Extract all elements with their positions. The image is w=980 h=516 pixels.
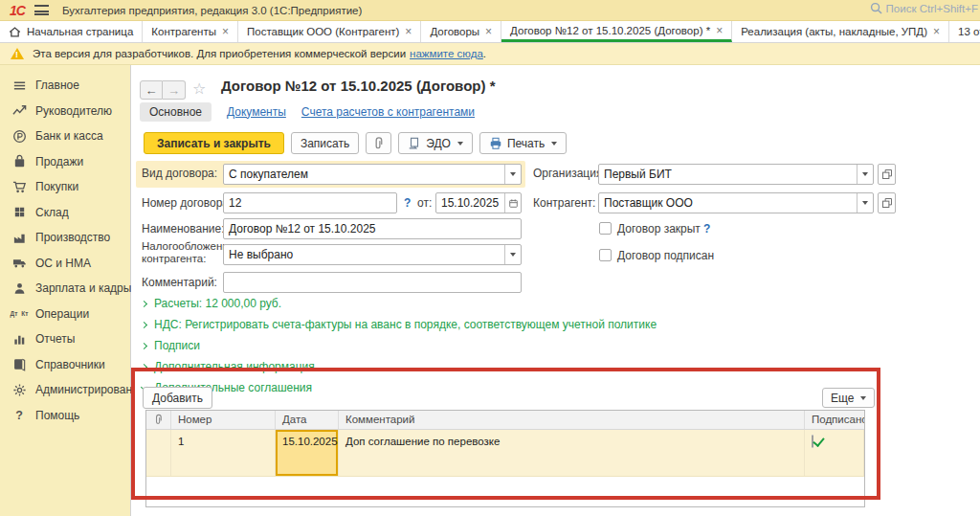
dropdown-button[interactable] xyxy=(857,165,873,184)
section-podpisi[interactable]: Подписи xyxy=(142,339,200,352)
save-button[interactable]: Записать xyxy=(291,132,359,154)
dogovor-zakryt-checkbox[interactable] xyxy=(599,222,612,235)
dropdown-button[interactable] xyxy=(857,193,873,213)
tab-label: Договор №12 от 15.10.2025 (Договор) * xyxy=(510,25,710,36)
tab-home[interactable]: Начальная страница xyxy=(0,21,143,42)
sidebar-item-otchety[interactable]: Отчеты xyxy=(0,326,130,352)
cart-icon xyxy=(11,179,27,194)
column-header-data[interactable]: Дата xyxy=(276,411,339,429)
sidebar-item-sklad[interactable]: Склад xyxy=(0,200,130,226)
column-header-podpisano[interactable]: Подписано xyxy=(805,411,864,429)
agreement-row[interactable]: 1 15.10.2025 Доп соглашение по перевозке xyxy=(146,430,864,477)
tab-realizaciya[interactable]: Реализация (акты, накладные, УПД) xyxy=(732,21,949,42)
calendar-button[interactable] xyxy=(504,193,521,213)
section-nds[interactable]: НДС: Регистрировать счета-фактуры на ава… xyxy=(142,318,657,331)
global-search[interactable]: Поиск Ctrl+Shift+F xyxy=(870,2,978,14)
close-icon[interactable] xyxy=(485,27,492,36)
field-value: Не выбрано xyxy=(229,245,504,264)
sidebar-item-label: Операции xyxy=(35,307,89,321)
open-link-icon xyxy=(881,197,893,209)
print-button[interactable]: Печать xyxy=(479,132,567,154)
add-agreement-button[interactable]: Добавить xyxy=(143,387,212,409)
section-raschety[interactable]: Расчеты: 12 000,00 руб. xyxy=(142,297,281,310)
date-prefix-label: от: xyxy=(417,196,432,210)
signed-cell[interactable] xyxy=(805,430,864,476)
sidebar-item-os-nma[interactable]: ОС и НМА xyxy=(0,251,130,277)
tab-scheta-raschetov[interactable]: Счета расчетов с контрагентами xyxy=(301,105,475,119)
tab-dogovor-12-active[interactable]: Договор №12 от 15.10.2025 (Договор) * xyxy=(501,21,732,42)
button-label: ЭДО xyxy=(426,137,451,150)
kontragent-open-button[interactable] xyxy=(878,192,896,213)
forward-button[interactable]: → xyxy=(163,80,186,100)
organizaciya-select[interactable]: Первый БИТ xyxy=(598,164,874,185)
tab-postavshchik[interactable]: Поставщик ООО (Контрагент) xyxy=(238,21,421,42)
nalogooblozhenie-select[interactable]: Не выбрано xyxy=(223,244,522,265)
chevron-down-icon xyxy=(551,142,557,146)
buy-commercial-link[interactable]: нажмите сюда xyxy=(410,48,483,59)
close-icon[interactable] xyxy=(933,27,940,36)
close-icon[interactable] xyxy=(222,27,229,36)
zakryt-help-icon[interactable]: ? xyxy=(703,222,710,236)
sidebar-item-pomoshch[interactable]: ?Помощь xyxy=(0,403,130,429)
section-dop-informaciya[interactable]: Дополнительная информация xyxy=(142,360,315,373)
dogovor-date-input[interactable]: 15.10.2025 xyxy=(435,192,522,213)
sidebar-item-bank-kassa[interactable]: Банк и касса xyxy=(0,123,130,149)
sidebar-item-spravochniki[interactable]: Справочники xyxy=(0,352,130,378)
close-icon[interactable] xyxy=(716,26,723,35)
form-content: ← → ☆ Договор №12 от 15.10.2025 (Договор… xyxy=(131,65,980,516)
save-and-close-button[interactable]: Записать и закрыть xyxy=(144,132,284,154)
nomer-dogovora-input[interactable]: 12 xyxy=(223,192,397,213)
naimenovanie-label: Наименование: xyxy=(142,222,225,236)
warning-text: Эта версия для разработчиков. Для приобр… xyxy=(33,48,406,59)
more-button[interactable]: Еще xyxy=(822,388,875,408)
sidebar-item-glavnoe[interactable]: Главное xyxy=(0,73,130,99)
organizaciya-open-button[interactable] xyxy=(878,164,896,185)
attachment-cell[interactable] xyxy=(146,430,171,476)
kontragent-select[interactable]: Поставщик ООО xyxy=(598,192,874,213)
attachment-column-header[interactable] xyxy=(146,411,171,429)
sidebar-item-pokupki[interactable]: Покупки xyxy=(0,174,130,200)
column-header-nomer[interactable]: Номер xyxy=(171,411,276,429)
section-label: НДС: Регистрировать счета-фактуры на ава… xyxy=(154,318,657,331)
book-icon xyxy=(11,357,27,372)
column-header-kommentariy[interactable]: Комментарий xyxy=(339,411,805,429)
sidebar-item-zarplata-kadry[interactable]: Зарплата и кадры xyxy=(0,276,130,302)
sidebar-item-rukovoditelyu[interactable]: Руководителю xyxy=(0,99,130,124)
dropdown-button[interactable] xyxy=(504,245,521,264)
home-icon xyxy=(9,26,21,38)
tab-dogovory[interactable]: Договоры xyxy=(421,21,501,42)
favorite-star-icon[interactable]: ☆ xyxy=(192,79,206,98)
vid-dogovora-select[interactable]: С покупателем xyxy=(223,164,522,185)
tab-osnovnoe[interactable]: Основное xyxy=(140,102,212,122)
kommentariy-input[interactable] xyxy=(223,272,522,293)
sidebar-item-administrirovanie[interactable]: Администрирование xyxy=(0,377,130,403)
dogovor-podpisan-label: Договор подписан xyxy=(617,249,714,262)
date-cell[interactable]: 15.10.2025 xyxy=(276,430,339,476)
window-tab-bar: Начальная страница Контрагенты Поставщик… xyxy=(0,21,980,43)
back-button[interactable]: ← xyxy=(140,80,163,100)
nomer-help-icon[interactable]: ? xyxy=(404,196,411,210)
tab-kontragenty[interactable]: Контрагенты xyxy=(143,21,238,42)
sidebar-item-prodazhi[interactable]: Продажи xyxy=(0,149,130,175)
dogovor-podpisan-checkbox[interactable] xyxy=(599,249,612,261)
menu-icon xyxy=(11,78,27,93)
dropdown-button[interactable] xyxy=(504,165,521,184)
attachments-button[interactable] xyxy=(366,132,391,154)
tab-label: Реализация (акты, накладные, УПД) xyxy=(741,26,927,37)
edo-button[interactable]: ЭДО xyxy=(398,132,473,154)
main-menu-icon[interactable] xyxy=(34,5,49,15)
warning-icon xyxy=(11,48,24,59)
number-cell[interactable]: 1 xyxy=(171,430,276,476)
tab-dokumenty[interactable]: Документы xyxy=(227,105,286,119)
selected-cell[interactable]: 15.10.2025 xyxy=(276,430,338,476)
comment-cell[interactable]: Доп соглашение по перевозке xyxy=(339,430,805,476)
sidebar-item-operacii[interactable]: Операции xyxy=(0,302,130,327)
naimenovanie-input[interactable]: Договор №12 от 15.10.2025 xyxy=(223,218,522,239)
signed-checkbox[interactable] xyxy=(812,435,813,448)
field-value: С покупателем xyxy=(229,165,504,184)
sidebar-item-proizvodstvo[interactable]: Производство xyxy=(0,225,130,251)
close-icon[interactable] xyxy=(405,27,412,36)
field-value: Договор №12 от 15.10.2025 xyxy=(229,219,521,238)
dt-kt-icon xyxy=(11,306,27,322)
tab-13[interactable]: 13 от 15.10.2025 (Договор) xyxy=(949,21,980,42)
